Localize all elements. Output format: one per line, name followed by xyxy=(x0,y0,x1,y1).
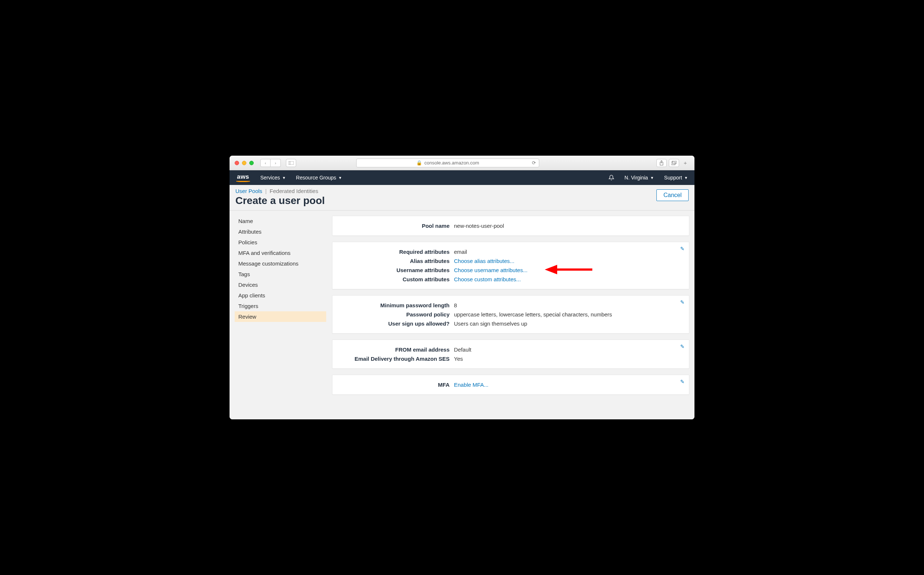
sidebar-item-attributes[interactable]: Attributes xyxy=(235,226,326,237)
summary-card: ✎MFAEnable MFA... xyxy=(332,375,689,395)
summary-row: MFAEnable MFA... xyxy=(340,380,682,389)
chevron-down-icon: ▼ xyxy=(338,176,342,180)
summary-row: Alias attributesChoose alias attributes.… xyxy=(340,256,682,265)
nav-services[interactable]: Services ▼ xyxy=(260,175,286,181)
sidebar-item-mfa-and-verifications[interactable]: MFA and verifications xyxy=(235,248,326,258)
sidebar-item-devices[interactable]: Devices xyxy=(235,280,326,290)
crumb-separator: | xyxy=(265,188,267,194)
nav-support[interactable]: Support ▼ xyxy=(664,175,688,181)
row-label: Email Delivery through Amazon SES xyxy=(340,356,450,362)
nav-groups-label: Resource Groups xyxy=(296,175,336,181)
row-value-link[interactable]: Choose alias attributes... xyxy=(454,258,514,264)
sidebar-item-tags[interactable]: Tags xyxy=(235,269,326,280)
new-tab-button[interactable]: + xyxy=(681,159,689,167)
row-label: User sign ups allowed? xyxy=(340,321,450,327)
chevron-down-icon: ▼ xyxy=(650,176,654,180)
page-title: Create a user pool xyxy=(235,195,325,206)
nav-resource-groups[interactable]: Resource Groups ▼ xyxy=(296,175,342,181)
row-value-link[interactable]: Choose username attributes... xyxy=(454,267,528,273)
lock-icon: 🔒 xyxy=(416,160,422,165)
summary-row: Pool namenew-notes-user-pool xyxy=(340,221,682,230)
summary-card: ✎Minimum password length8Password policy… xyxy=(332,295,689,334)
share-icon xyxy=(659,160,664,165)
chevron-down-icon: ▼ xyxy=(282,176,286,180)
row-value: email xyxy=(454,249,467,255)
back-button[interactable]: ‹ xyxy=(260,159,271,167)
nav-region-label: N. Virginia xyxy=(624,175,648,181)
notifications-button[interactable] xyxy=(609,175,614,181)
crumb-user-pools[interactable]: User Pools xyxy=(235,188,262,194)
breadcrumb: User Pools | Federated Identities xyxy=(235,188,325,194)
row-value-link[interactable]: Choose custom attributes... xyxy=(454,276,521,283)
row-value: new-notes-user-pool xyxy=(454,223,504,229)
row-label: Pool name xyxy=(340,223,450,229)
url-bar[interactable]: 🔒 console.aws.amazon.com ⟳ xyxy=(356,159,539,167)
sidebar-item-name[interactable]: Name xyxy=(235,216,326,226)
main-area: NameAttributesPoliciesMFA and verificati… xyxy=(230,211,694,419)
row-label: Custom attributes xyxy=(340,276,450,283)
summary-row: Custom attributesChoose custom attribute… xyxy=(340,275,682,284)
summary-row: Username attributesChoose username attri… xyxy=(340,265,682,275)
refresh-icon[interactable]: ⟳ xyxy=(532,160,536,165)
summary-card: ✎Required attributesemailAlias attribute… xyxy=(332,242,689,289)
summary-row: Email Delivery through Amazon SESYes xyxy=(340,354,682,363)
summary-card: ✎FROM email addressDefaultEmail Delivery… xyxy=(332,340,689,369)
tabs-button[interactable] xyxy=(669,159,679,167)
svg-marker-7 xyxy=(545,265,557,274)
svg-rect-5 xyxy=(672,161,676,164)
sidebar-item-app-clients[interactable]: App clients xyxy=(235,290,326,301)
nav-support-label: Support xyxy=(664,175,682,181)
browser-window: ‹ › 🔒 console.aws.amazon.com ⟳ + aws Ser… xyxy=(230,156,694,419)
maximize-window-button[interactable] xyxy=(249,161,254,165)
sidebar-item-triggers[interactable]: Triggers xyxy=(235,301,326,311)
row-label: Password policy xyxy=(340,311,450,318)
row-label: MFA xyxy=(340,382,450,388)
url-text: console.aws.amazon.com xyxy=(424,160,479,165)
row-label: Username attributes xyxy=(340,267,450,273)
row-value: Users can sign themselves up xyxy=(454,321,527,327)
content: Pool namenew-notes-user-pool✎Required at… xyxy=(332,216,689,414)
aws-topnav: aws Services ▼ Resource Groups ▼ N. Virg… xyxy=(230,170,694,185)
row-label: FROM email address xyxy=(340,346,450,353)
sidebar-toggle-button[interactable] xyxy=(286,159,296,167)
forward-button[interactable]: › xyxy=(271,159,281,167)
row-value-link[interactable]: Enable MFA... xyxy=(454,382,488,388)
crumb-federated[interactable]: Federated Identities xyxy=(270,188,319,194)
chevron-down-icon: ▼ xyxy=(684,176,688,180)
sidebar-item-policies[interactable]: Policies xyxy=(235,237,326,248)
minimize-window-button[interactable] xyxy=(242,161,246,165)
row-label: Alias attributes xyxy=(340,258,450,264)
row-label: Minimum password length xyxy=(340,302,450,308)
nav-region[interactable]: N. Virginia ▼ xyxy=(624,175,654,181)
row-value: uppercase letters, lowercase letters, sp… xyxy=(454,311,612,318)
row-label: Required attributes xyxy=(340,249,450,255)
close-window-button[interactable] xyxy=(235,161,239,165)
browser-chrome: ‹ › 🔒 console.aws.amazon.com ⟳ + xyxy=(230,156,694,170)
cancel-button[interactable]: Cancel xyxy=(656,189,689,201)
sidebar-item-message-customizations[interactable]: Message customizations xyxy=(235,258,326,269)
nav-buttons: ‹ › xyxy=(260,159,281,167)
aws-logo[interactable]: aws xyxy=(236,173,250,182)
summary-row: Minimum password length8 xyxy=(340,301,682,310)
row-value: Yes xyxy=(454,356,463,362)
summary-row: User sign ups allowed?Users can sign the… xyxy=(340,319,682,328)
summary-row: Required attributesemail xyxy=(340,247,682,256)
sidebar-icon xyxy=(288,161,293,165)
row-value: 8 xyxy=(454,302,457,308)
traffic-lights xyxy=(235,161,254,165)
sidebar-item-review[interactable]: Review xyxy=(235,311,326,322)
summary-row: FROM email addressDefault xyxy=(340,345,682,354)
row-value: Default xyxy=(454,346,472,353)
bell-icon xyxy=(609,175,614,181)
tabs-icon xyxy=(671,161,677,165)
svg-rect-4 xyxy=(671,162,675,165)
subheader: User Pools | Federated Identities Create… xyxy=(230,185,694,211)
svg-rect-0 xyxy=(288,161,293,165)
share-button[interactable] xyxy=(656,159,667,167)
summary-row: Password policyuppercase letters, lowerc… xyxy=(340,310,682,319)
nav-services-label: Services xyxy=(260,175,280,181)
summary-card: Pool namenew-notes-user-pool xyxy=(332,216,689,236)
wizard-sidebar: NameAttributesPoliciesMFA and verificati… xyxy=(235,216,326,414)
